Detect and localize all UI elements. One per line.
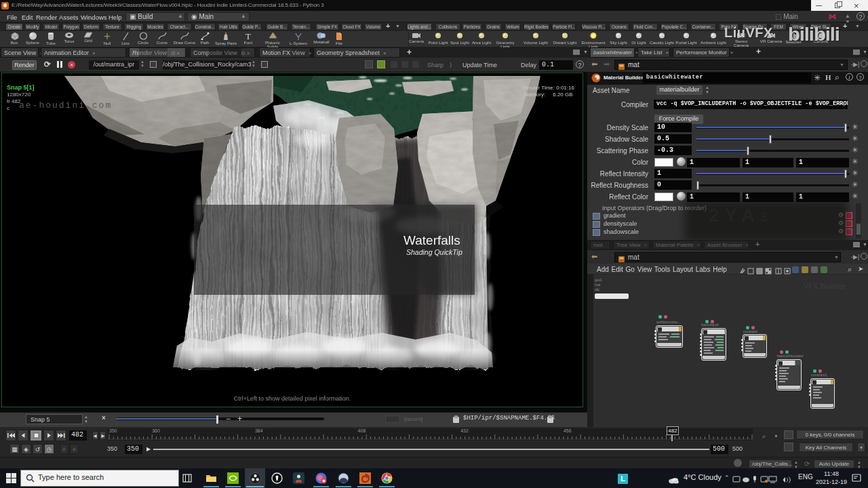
svg-text:456: 456 <box>564 428 572 433</box>
svg-text:350: 350 <box>109 428 117 433</box>
svg-text:384: 384 <box>255 428 263 433</box>
svg-text:T: T <box>245 32 251 40</box>
svg-text:432: 432 <box>460 428 469 433</box>
svg-text:408: 408 <box>358 428 366 433</box>
svg-text:360: 360 <box>152 428 160 433</box>
